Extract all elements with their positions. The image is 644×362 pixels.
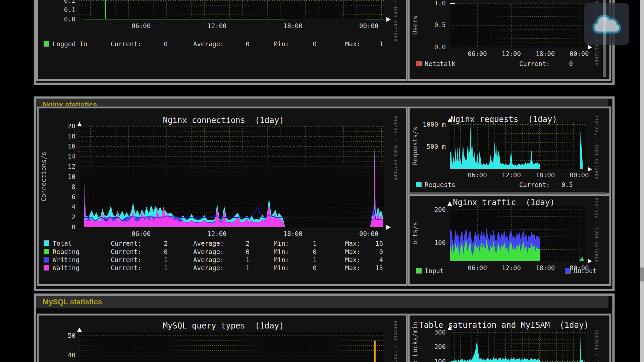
legend-current-value: 0 bbox=[536, 60, 573, 67]
rrdtool-credit-nginx-traffic: RRDTOOL / TOBI OETIKER bbox=[594, 198, 599, 263]
rrdtool-credit-auth-users: RRDTOOL / TOBI OETIKER bbox=[393, 0, 398, 42]
plot-auth-users bbox=[79, 0, 384, 19]
section-header-mysql: MySQL statistics bbox=[36, 296, 608, 308]
legend-col-value: 0 bbox=[213, 40, 250, 48]
axis-mark-netatalk-users bbox=[450, 3, 455, 4]
series-auth-users-logged-in bbox=[105, 0, 106, 19]
ytick-netatalk-users: 0.5 bbox=[416, 21, 446, 28]
legend-col-value: 0 bbox=[131, 248, 168, 255]
legend-col-value: 0 bbox=[131, 40, 168, 48]
scrollbar-track[interactable] bbox=[640, 0, 644, 362]
legend-label-input: Input bbox=[425, 267, 444, 275]
series-mysql-table-saturation-myisam-locks bbox=[580, 334, 584, 362]
graph-title-mysql-query-types: MySQL query types (1day) bbox=[163, 321, 284, 330]
cloud-overlay-badge[interactable] bbox=[584, 3, 629, 45]
legend-col-value: 16 bbox=[346, 240, 383, 247]
plot-nginx-requests bbox=[450, 122, 586, 169]
legend-swatch-netatalk bbox=[416, 61, 422, 66]
legend-swatch-total bbox=[44, 240, 49, 246]
ytick-netatalk-users: 1.0 bbox=[416, 0, 446, 7]
ytick-nginx-connections: 10 bbox=[45, 173, 75, 180]
legend-swatch-output bbox=[565, 268, 571, 274]
rrdtool-credit-nginx-requests: RRDTOOL / TOBI OETIKER bbox=[594, 115, 599, 180]
ytick-mysql-table-saturation-myisam: 300 bbox=[416, 328, 446, 336]
ytick-nginx-connections: 6 bbox=[45, 193, 75, 200]
xtick-auth-users: 00:00 bbox=[359, 22, 378, 29]
ytick-netatalk-users: 0.0 bbox=[416, 43, 446, 51]
xtick-nginx-connections: 06:00 bbox=[131, 230, 151, 237]
overlay-glint-bar bbox=[603, 0, 606, 77]
graph-title-nginx-requests: Nginx requests (1day) bbox=[450, 115, 557, 124]
ytick-nginx-connections: 16 bbox=[45, 142, 75, 150]
x-axis-arrow-nginx-connections bbox=[386, 225, 391, 230]
y-axis-arrow-mysql-table-saturation-myisam bbox=[447, 326, 452, 330]
xtick-nginx-requests: 00:00 bbox=[570, 171, 589, 179]
legend-label-output: Output bbox=[574, 267, 597, 275]
xtick-nginx-traffic: 06:00 bbox=[468, 264, 487, 272]
scrollbar-thumb[interactable] bbox=[640, 267, 644, 282]
ytick-auth-users: 0.0 bbox=[45, 15, 75, 23]
series-mysql-table-saturation-myisam-locks bbox=[450, 340, 540, 362]
legend-col-value: 0 bbox=[280, 40, 317, 48]
plot-mysql-query-types bbox=[79, 332, 384, 362]
legend-swatch-logged in bbox=[44, 41, 49, 47]
legend-col-value: 1 bbox=[131, 256, 168, 263]
rrdtool-credit-mysql-query-types: RRDTOOL / TOBI OETIKER bbox=[393, 321, 398, 362]
xtick-netatalk-users: 18:00 bbox=[536, 50, 555, 57]
legend-swatch-reading bbox=[44, 249, 49, 254]
ytick-mysql-table-saturation-myisam: 200 bbox=[416, 343, 446, 350]
series-nginx-requests-requests bbox=[580, 130, 583, 169]
ytick-nginx-connections: 12 bbox=[45, 163, 75, 170]
legend-col-value: 0 bbox=[346, 248, 383, 255]
xtick-auth-users: 06:00 bbox=[131, 22, 151, 29]
legend-col-value: 1 bbox=[213, 256, 250, 263]
xtick-netatalk-users: 00:00 bbox=[570, 50, 589, 57]
legend-col-value: 2 bbox=[213, 240, 250, 247]
legend-label-waiting: Waiting bbox=[53, 264, 79, 272]
ytick-nginx-connections: 0 bbox=[45, 223, 75, 231]
legend-label-netatalk: Netatalk bbox=[425, 60, 455, 67]
xtick-nginx-requests: 12:00 bbox=[502, 171, 521, 179]
legend-current-value: 0.5 bbox=[536, 181, 573, 188]
legend-col-value: 1 bbox=[280, 256, 317, 263]
xtick-nginx-requests: 18:00 bbox=[536, 171, 555, 179]
ytick-auth-users: 0.2 bbox=[45, 0, 75, 4]
xtick-netatalk-users: 06:00 bbox=[468, 50, 487, 57]
y-axis-arrow-nginx-traffic bbox=[447, 201, 452, 206]
legend-col-value: 4 bbox=[346, 256, 383, 263]
y-axis-arrow-mysql-query-types bbox=[77, 327, 82, 332]
xtick-nginx-connections: 12:00 bbox=[207, 230, 226, 237]
x-axis-arrow-nginx-requests bbox=[588, 167, 592, 172]
ytick-mysql-query-types: 50 bbox=[45, 332, 75, 339]
legend-col-value: 0 bbox=[280, 248, 317, 255]
ytick-mysql-table-saturation-myisam: 100 bbox=[416, 358, 446, 362]
ytick-nginx-connections: 18 bbox=[45, 132, 75, 140]
y-axis-arrow-nginx-connections bbox=[77, 122, 82, 126]
xtick-netatalk-users: 12:00 bbox=[502, 50, 521, 57]
ytick-nginx-connections: 2 bbox=[45, 213, 75, 221]
ytick-nginx-requests: 500 m bbox=[416, 143, 446, 150]
legend-col-value: 1 bbox=[131, 264, 168, 272]
legend-col-value: 1 bbox=[346, 40, 383, 48]
ytick-nginx-connections: 8 bbox=[45, 183, 75, 190]
ytick-auth-users: 0.1 bbox=[45, 6, 75, 13]
ytick-nginx-connections: 14 bbox=[45, 153, 75, 160]
ytick-mysql-query-types: 40 bbox=[45, 351, 75, 359]
xtick-nginx-connections: 00:00 bbox=[359, 230, 378, 237]
legend-col-value: 0 bbox=[213, 248, 250, 255]
xtick-auth-users: 12:00 bbox=[207, 22, 226, 29]
plot-netatalk-users bbox=[450, 3, 586, 47]
xtick-nginx-connections: 18:00 bbox=[283, 230, 303, 237]
section-title-mysql: MySQL statistics bbox=[43, 298, 102, 306]
panel-divider-nginx-right bbox=[410, 192, 606, 194]
plot-nginx-traffic bbox=[450, 206, 586, 261]
legend-swatch-waiting bbox=[44, 265, 49, 270]
legend-col-value: 15 bbox=[346, 264, 383, 272]
ytick-nginx-connections: 4 bbox=[45, 203, 75, 210]
legend-label-total: Total bbox=[53, 240, 72, 247]
legend-label-logged in: Logged In bbox=[53, 40, 87, 48]
ytick-nginx-traffic: 200 bbox=[416, 206, 446, 213]
rrdtool-credit-mysql-table-saturation-myisam: RRDTOOL / TOBI OETIKER bbox=[594, 330, 599, 362]
legend-col-value: 1 bbox=[280, 240, 317, 247]
legend-label-reading: Reading bbox=[53, 248, 79, 255]
